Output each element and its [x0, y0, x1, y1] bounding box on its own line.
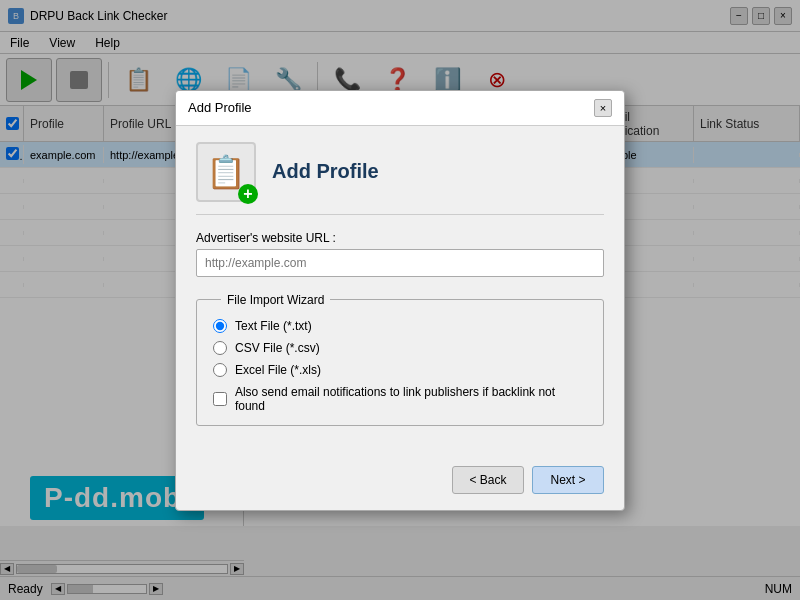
radio-xls-row: Excel File (*.xls): [213, 363, 587, 377]
radio-csv[interactable]: [213, 341, 227, 355]
advertiser-url-input[interactable]: [196, 249, 604, 277]
modal-overlay: Add Profile × 📋 + Add Profile Advertiser…: [0, 0, 800, 600]
dialog-heading: Add Profile: [272, 160, 379, 183]
radio-txt-label: Text File (*.txt): [235, 319, 312, 333]
radio-txt[interactable]: [213, 319, 227, 333]
dialog-close-button[interactable]: ×: [594, 99, 612, 117]
radio-xls-label: Excel File (*.xls): [235, 363, 321, 377]
radio-txt-row: Text File (*.txt): [213, 319, 587, 333]
radio-csv-row: CSV File (*.csv): [213, 341, 587, 355]
next-button[interactable]: Next >: [532, 466, 604, 494]
radio-xls[interactable]: [213, 363, 227, 377]
radio-csv-label: CSV File (*.csv): [235, 341, 320, 355]
email-notification-label: Also send email notifications to link pu…: [235, 385, 587, 413]
dialog-footer: < Back Next >: [176, 458, 624, 510]
dialog-header-area: 📋 + Add Profile: [196, 142, 604, 215]
file-import-legend: File Import Wizard: [221, 293, 330, 307]
advertiser-url-label: Advertiser's website URL :: [196, 231, 604, 245]
add-profile-dialog: Add Profile × 📋 + Add Profile Advertiser…: [175, 90, 625, 511]
dialog-icon: 📋 +: [196, 142, 256, 202]
dialog-body: 📋 + Add Profile Advertiser's website URL…: [176, 126, 624, 458]
email-notification-checkbox[interactable]: [213, 392, 227, 406]
file-import-wizard: File Import Wizard Text File (*.txt) CSV…: [196, 293, 604, 426]
email-notification-row: Also send email notifications to link pu…: [213, 385, 587, 413]
add-icon-badge: +: [238, 184, 258, 204]
dialog-title: Add Profile: [188, 100, 252, 115]
back-button[interactable]: < Back: [452, 466, 524, 494]
dialog-title-bar: Add Profile ×: [176, 91, 624, 126]
